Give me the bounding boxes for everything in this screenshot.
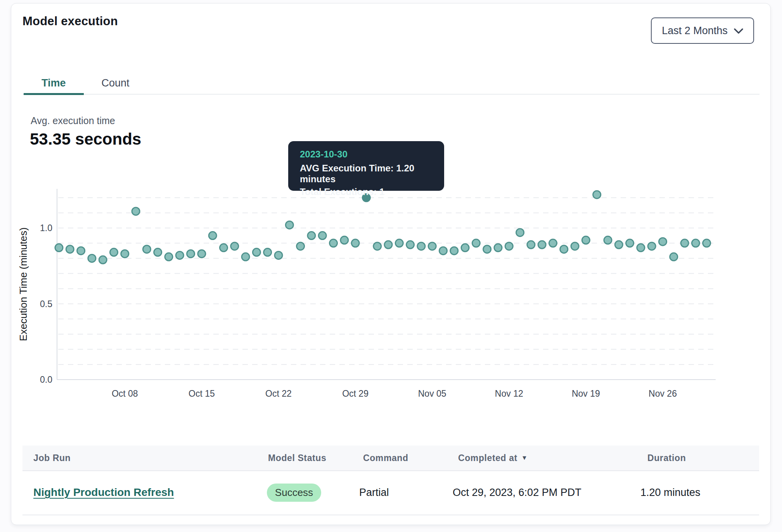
row-divider [22, 515, 759, 515]
data-point[interactable] [538, 241, 546, 249]
command-value: Partial [359, 487, 389, 499]
x-tick-label: Oct 15 [189, 389, 215, 399]
data-point[interactable] [66, 245, 74, 253]
x-tick-label: Oct 29 [342, 389, 369, 399]
duration-value: 1.20 minutes [640, 487, 701, 499]
data-point[interactable] [648, 242, 656, 250]
x-tick-label: Nov 05 [418, 389, 446, 399]
metric-value: 53.35 seconds [30, 130, 141, 149]
data-point[interactable] [374, 242, 381, 250]
data-point[interactable] [242, 253, 249, 261]
data-point[interactable] [703, 239, 711, 247]
table-header: Job Run Model Status Command Completed a… [22, 446, 759, 471]
chevron-down-icon [734, 25, 743, 37]
data-point[interactable] [483, 245, 491, 253]
data-point[interactable] [593, 191, 601, 199]
data-point[interactable] [297, 242, 304, 250]
data-point[interactable] [253, 249, 260, 256]
model-execution-card: Model execution Last 2 Months Time Count… [11, 3, 771, 525]
data-point[interactable] [461, 244, 469, 252]
data-point[interactable] [154, 249, 162, 256]
data-point[interactable] [318, 232, 326, 240]
tab-time[interactable]: Time [24, 72, 84, 94]
command-cell: Partial [359, 470, 389, 515]
data-point[interactable] [308, 232, 315, 240]
data-point[interactable] [407, 241, 414, 249]
tab-count[interactable]: Count [84, 72, 147, 94]
data-point[interactable] [417, 242, 425, 250]
data-point[interactable] [659, 238, 667, 245]
data-point[interactable] [264, 249, 272, 256]
data-point[interactable] [681, 239, 689, 247]
y-tick-label: 0.5 [40, 299, 52, 309]
data-point[interactable] [692, 239, 699, 247]
x-tick-label: Nov 26 [649, 389, 677, 399]
status-badge: Success [267, 484, 321, 502]
data-point[interactable] [110, 249, 118, 256]
data-point[interactable] [99, 256, 107, 264]
x-tick-label: Oct 08 [112, 389, 138, 399]
data-point[interactable] [209, 232, 216, 240]
data-point[interactable] [187, 250, 195, 257]
data-point[interactable] [275, 251, 282, 259]
data-point[interactable] [55, 244, 63, 252]
duration-cell: 1.20 minutes [640, 470, 701, 515]
data-point[interactable] [450, 247, 458, 255]
data-point[interactable] [494, 244, 502, 252]
job-run-cell: Nightly Production Refresh [33, 470, 174, 515]
metric-label: Avg. execution time [31, 115, 115, 126]
y-tick-label: 1.0 [40, 223, 52, 233]
data-point[interactable] [582, 236, 590, 244]
data-point[interactable] [384, 241, 392, 249]
data-point[interactable] [231, 242, 239, 250]
chart-tooltip: 2023-10-30 AVG Execution Time: 1.20 minu… [288, 141, 444, 191]
data-point[interactable] [516, 229, 524, 237]
data-point[interactable] [121, 250, 129, 257]
data-point[interactable] [220, 244, 228, 252]
tooltip-date: 2023-10-30 [300, 149, 433, 160]
data-point[interactable] [527, 241, 535, 249]
completed-at-value: Oct 29, 2023, 6:02 PM PDT [453, 487, 581, 499]
data-point[interactable] [165, 253, 173, 261]
data-point[interactable] [637, 244, 645, 252]
x-tick-label: Oct 22 [265, 389, 292, 399]
data-point[interactable] [88, 254, 96, 262]
column-header-completed-at[interactable]: Completed at ▼ [458, 446, 528, 470]
column-header-duration[interactable]: Duration [647, 446, 686, 470]
data-point[interactable] [604, 236, 612, 244]
job-run-link[interactable]: Nightly Production Refresh [33, 486, 174, 499]
data-point[interactable] [143, 245, 151, 253]
data-point[interactable] [472, 239, 480, 247]
x-tick-label: Nov 12 [495, 389, 523, 399]
column-header-model-status[interactable]: Model Status [268, 446, 326, 470]
chart-tabs: Time Count [24, 72, 147, 94]
data-point[interactable] [132, 207, 140, 215]
data-point[interactable] [615, 241, 623, 249]
tooltip-total-executions: Total Executions: 1 [300, 187, 433, 197]
data-point[interactable] [571, 242, 579, 250]
data-point[interactable] [285, 221, 293, 229]
data-point[interactable] [549, 239, 557, 247]
tooltip-avg-execution-time: AVG Execution Time: 1.20 minutes [300, 163, 433, 185]
time-range-dropdown[interactable]: Last 2 Months [651, 17, 754, 44]
tab-count-label: Count [102, 77, 130, 89]
column-header-command[interactable]: Command [363, 446, 408, 470]
data-point[interactable] [560, 245, 568, 253]
data-point[interactable] [428, 242, 436, 250]
data-point[interactable] [670, 253, 678, 261]
data-point[interactable] [176, 251, 183, 259]
sort-descending-icon[interactable]: ▼ [521, 455, 528, 461]
column-header-job-run[interactable]: Job Run [33, 446, 71, 470]
data-point[interactable] [198, 250, 206, 257]
table-row: Nightly Production Refresh Success Parti… [22, 470, 759, 515]
x-tick-label: Nov 19 [572, 389, 600, 399]
data-point[interactable] [330, 239, 337, 247]
data-point[interactable] [341, 236, 348, 244]
time-range-label: Last 2 Months [662, 25, 728, 37]
data-point[interactable] [395, 239, 403, 247]
data-point[interactable] [626, 239, 634, 247]
data-point[interactable] [439, 247, 447, 255]
data-point[interactable] [351, 239, 359, 247]
data-point[interactable] [505, 242, 513, 250]
data-point[interactable] [77, 247, 85, 255]
